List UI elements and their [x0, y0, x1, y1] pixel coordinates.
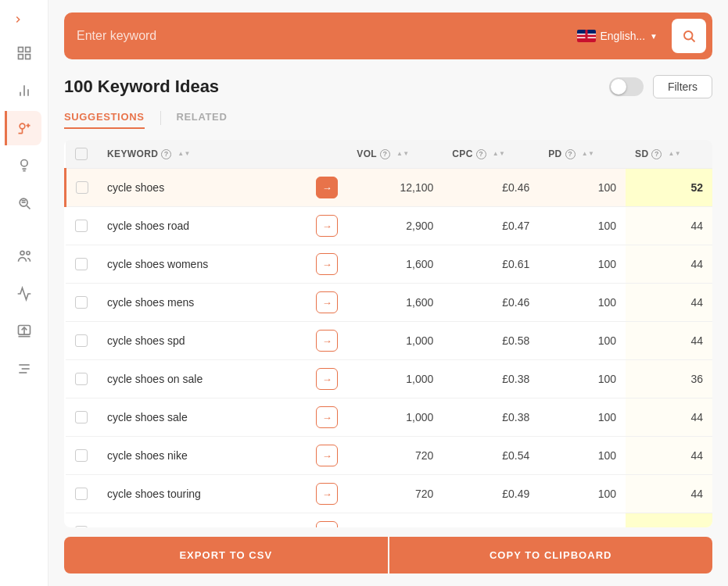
row-arrow-button[interactable]: →: [316, 330, 338, 352]
col-sd-label: SD: [635, 148, 648, 159]
row-checkbox[interactable]: [75, 258, 88, 270]
row-checkbox[interactable]: [75, 334, 88, 347]
col-vol-sort[interactable]: ▲▼: [396, 151, 410, 157]
row-checkbox[interactable]: [75, 411, 88, 423]
svg-point-21: [684, 31, 693, 40]
row-checkbox[interactable]: [75, 449, 88, 462]
row-keyword: cycle shoes on sale: [98, 360, 307, 398]
row-arrow-cell: →: [307, 169, 347, 207]
row-arrow-button[interactable]: →: [316, 368, 338, 390]
row-arrow-cell: →: [307, 207, 347, 245]
row-arrow-button[interactable]: →: [316, 406, 338, 428]
row-cpc: £0.47: [443, 207, 539, 245]
row-arrow-button[interactable]: →: [316, 215, 338, 237]
row-arrow-button[interactable]: →: [316, 483, 338, 505]
row-arrow-cell: →: [307, 475, 347, 513]
row-checkbox-cell: [66, 207, 99, 245]
svg-rect-0: [18, 48, 23, 52]
tab-related[interactable]: RELATED: [177, 106, 228, 129]
row-vol: 1,000: [347, 398, 443, 437]
row-arrow-button[interactable]: →: [316, 177, 338, 198]
table-row: cycle shoes on sale → 1,000 £0.38 100 36: [66, 360, 713, 398]
row-keyword: cycle shoes spd: [98, 322, 307, 360]
sidebar-item-bulb[interactable]: [7, 148, 41, 183]
col-keyword-info[interactable]: ?: [161, 149, 171, 159]
row-arrow-button[interactable]: →: [316, 291, 338, 313]
row-arrow-button[interactable]: →: [316, 521, 338, 527]
row-pd: 100: [539, 437, 626, 475]
filters-button[interactable]: Filters: [653, 75, 712, 98]
language-selector[interactable]: English... ▼: [569, 25, 666, 47]
sidebar-item-search-list[interactable]: [7, 186, 41, 220]
export-csv-button[interactable]: EXPORT TO CSV: [64, 537, 388, 573]
col-arrow-spacer: [307, 140, 347, 169]
row-checkbox[interactable]: [76, 181, 88, 194]
svg-point-13: [20, 251, 24, 255]
search-bar: cycle shoes English... ▼: [64, 13, 712, 59]
row-checkbox[interactable]: [75, 526, 88, 527]
col-pd-sort[interactable]: ▲▼: [582, 151, 595, 157]
table-row: cycle shoes mens → 1,600 £0.46 100 44: [66, 284, 713, 322]
sidebar-item-keywords[interactable]: [5, 111, 41, 145]
row-checkbox-cell: [66, 360, 99, 398]
row-checkbox[interactable]: [75, 296, 88, 309]
row-checkbox-cell: [66, 245, 99, 284]
row-pd: 100: [539, 207, 626, 245]
sidebar-item-analytics[interactable]: [7, 277, 41, 311]
row-sd: 44: [626, 475, 712, 513]
row-checkbox[interactable]: [75, 220, 88, 232]
col-pd: PD ? ▲▼: [539, 140, 626, 169]
row-arrow-cell: →: [307, 398, 347, 437]
copy-clipboard-button[interactable]: COPY TO CLIPBOARD: [389, 537, 713, 573]
col-vol: VOL ? ▲▼: [347, 140, 443, 169]
tab-suggestions[interactable]: SUGGESTIONS: [64, 106, 145, 129]
sidebar-item-export[interactable]: [7, 314, 41, 348]
row-pd: 100: [539, 169, 626, 207]
row-cpc: £0.49: [443, 475, 539, 513]
row-sd: 44: [626, 398, 712, 437]
keyword-table: KEYWORD ? ▲▼ VOL ? ▲▼: [64, 140, 712, 527]
table-body: cycle shoes → 12,100 £0.46 100 52 cycle …: [66, 169, 713, 528]
sidebar-item-chart[interactable]: [7, 73, 41, 108]
search-button[interactable]: [672, 19, 706, 53]
col-sd-info[interactable]: ?: [651, 149, 662, 159]
col-sd-sort[interactable]: ▲▼: [668, 151, 681, 157]
col-cpc-info[interactable]: ?: [476, 149, 486, 159]
row-keyword: cycle shoes womens: [98, 245, 307, 284]
svg-line-10: [27, 205, 30, 209]
row-cpc: £0.58: [443, 322, 539, 360]
col-cpc-sort[interactable]: ▲▼: [493, 151, 506, 157]
svg-point-14: [26, 252, 29, 255]
select-all-checkbox[interactable]: [75, 148, 88, 160]
page-title: 100 Keyword Ideas: [64, 77, 219, 97]
col-pd-info[interactable]: ?: [565, 149, 576, 159]
row-sd: 44: [626, 513, 712, 528]
svg-point-7: [20, 123, 25, 129]
row-sd: 36: [626, 360, 712, 398]
row-checkbox-cell: [66, 437, 99, 475]
row-checkbox[interactable]: [75, 373, 88, 385]
filter-toggle[interactable]: [609, 77, 644, 96]
table-row: cycle shoes → 12,100 £0.46 100 52: [66, 169, 713, 207]
row-pd: 100: [539, 284, 626, 322]
row-pd: 100: [539, 513, 626, 528]
row-keyword: cycle shoes touring: [98, 475, 307, 513]
row-vol: 590: [347, 513, 443, 528]
row-checkbox[interactable]: [75, 488, 88, 500]
search-input[interactable]: cycle shoes: [77, 29, 563, 43]
row-arrow-button[interactable]: →: [316, 253, 338, 275]
sidebar-item-settings[interactable]: [7, 352, 41, 386]
col-keyword-sort[interactable]: ▲▼: [178, 151, 191, 157]
sidebar-item-dashboard[interactable]: [7, 36, 41, 70]
row-pd: 100: [539, 245, 626, 284]
sidebar-item-users[interactable]: [7, 239, 41, 273]
row-vol: 12,100: [347, 169, 443, 207]
row-cpc: £0.46: [443, 169, 539, 207]
sidebar-toggle[interactable]: [0, 6, 48, 33]
col-cpc: CPC ? ▲▼: [443, 140, 539, 169]
row-arrow-button[interactable]: →: [316, 445, 338, 466]
row-keyword: cycle shoes mens: [98, 284, 307, 322]
table-row: cycle shoes nike → 720 £0.54 100 44: [66, 437, 713, 475]
row-checkbox-cell: [66, 284, 99, 322]
col-vol-info[interactable]: ?: [380, 149, 390, 159]
